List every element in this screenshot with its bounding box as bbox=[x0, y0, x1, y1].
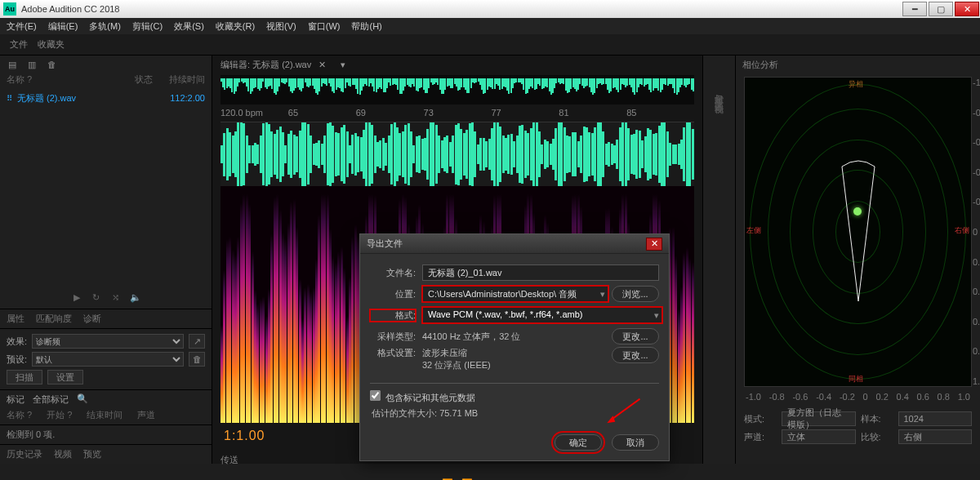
phase-panel: 相位分析 异相 左侧 右侧 同相 -1.0-0.8-0.6-0.4-0.200.… bbox=[735, 56, 980, 464]
filename-label: 文件名: bbox=[370, 267, 416, 279]
overview-waveform[interactable] bbox=[220, 75, 694, 104]
menu-multitrack[interactable]: 多轨(M) bbox=[89, 20, 121, 33]
tab-loudness[interactable]: 匹配响度 bbox=[36, 313, 72, 325]
menu-bar: 文件(E) 编辑(E) 多轨(M) 剪辑(C) 效果(S) 收藏夹(R) 视图(… bbox=[0, 18, 980, 34]
window-titlebar: Au Adobe Audition CC 2018 ━ ▢ ✕ bbox=[0, 0, 980, 18]
tab-diagnostics[interactable]: 诊断 bbox=[83, 313, 101, 325]
include-markers-checkbox[interactable] bbox=[370, 390, 381, 401]
location-label: 位置: bbox=[370, 288, 416, 300]
marker-col-name[interactable]: 名称 ? bbox=[7, 409, 32, 421]
skip-icon[interactable]: ⤭ bbox=[110, 291, 122, 303]
file-row[interactable]: ⠿ 无标题 (2).wav 112:2.00 bbox=[0, 90, 212, 106]
dialog-title: 导出文件 bbox=[367, 238, 403, 250]
bpm-label: 120.0 bpm bbox=[220, 108, 288, 122]
search-icon[interactable]: 🔍 bbox=[77, 393, 88, 406]
marker-col-start[interactable]: 开始 ? bbox=[47, 409, 72, 421]
markers-tab[interactable]: 标记 bbox=[7, 393, 24, 406]
new-file-icon[interactable]: ▤ bbox=[7, 59, 18, 70]
phase-channel-select[interactable]: 立体 bbox=[782, 429, 856, 444]
sampletype-value: 44100 Hz 立体声，32 位 bbox=[422, 331, 605, 343]
editor-title: 编辑器: 无标题 (2).wav bbox=[220, 59, 311, 71]
window-maximize-button[interactable]: ▢ bbox=[929, 2, 953, 16]
tab-files[interactable]: 文件 bbox=[10, 38, 28, 51]
menu-edit[interactable]: 编辑(E) bbox=[48, 20, 78, 33]
waveform-icon: ⠿ bbox=[7, 94, 12, 103]
tab-favorites[interactable]: 收藏夹 bbox=[38, 38, 65, 51]
menu-help[interactable]: 帮助(H) bbox=[351, 20, 381, 33]
volume-icon[interactable]: 🔈 bbox=[130, 291, 141, 303]
filename-field[interactable] bbox=[422, 264, 659, 281]
dialog-close-button[interactable]: ✕ bbox=[646, 238, 662, 251]
preset-select[interactable]: 默认 bbox=[32, 352, 184, 367]
formatsettings-value: 波形未压缩32 位浮点 (IEEE) bbox=[422, 347, 605, 371]
formatsettings-label: 格式设置: bbox=[370, 347, 416, 359]
menu-window[interactable]: 窗口(W) bbox=[308, 20, 341, 33]
phase-compare-select[interactable]: 右侧 bbox=[898, 429, 973, 444]
format-select[interactable]: Wave PCM (*.wav, *.bwf, *.rf64, *.amb) bbox=[422, 307, 662, 323]
preset-label: 预设: bbox=[7, 353, 27, 366]
preview-tab[interactable]: 预览 bbox=[83, 448, 101, 460]
menu-file[interactable]: 文件(E) bbox=[7, 20, 37, 33]
phase-mode-select[interactable]: 夏方图（日志模版） bbox=[782, 411, 856, 426]
play-icon[interactable]: ▶ bbox=[71, 291, 82, 303]
change-format-button[interactable]: 更改... bbox=[612, 347, 659, 363]
workspace-tabs: 文件 收藏夹 bbox=[0, 34, 980, 56]
preset-delete-icon[interactable]: 🗑 bbox=[189, 352, 205, 367]
video-tab[interactable]: 视频 bbox=[54, 448, 72, 460]
window-title: Adobe Audition CC 2018 bbox=[21, 4, 119, 14]
settings-button[interactable]: 设置 bbox=[47, 370, 83, 384]
col-status[interactable]: 状态 bbox=[135, 73, 153, 90]
file-name: 无标题 (2).wav bbox=[17, 92, 76, 104]
scan-button[interactable]: 扫描 bbox=[7, 370, 42, 384]
phase-samples-select[interactable]: 1024 bbox=[898, 411, 973, 426]
cancel-button[interactable]: 取消 bbox=[612, 434, 659, 451]
dropdown-icon[interactable]: ▾ bbox=[337, 59, 349, 70]
effects-select[interactable]: 诊断频 bbox=[32, 334, 184, 349]
detect-status: 检测到 0 项. bbox=[0, 424, 212, 444]
transport-label: 传送 bbox=[220, 454, 238, 466]
timecode-display: 1:1.00 bbox=[224, 429, 265, 443]
format-label: 格式: bbox=[370, 309, 416, 322]
window-close-button[interactable]: ✕ bbox=[955, 2, 979, 16]
menu-view[interactable]: 视图(V) bbox=[266, 20, 296, 33]
include-markers-label: 包含标记和其他元数据 bbox=[385, 393, 475, 402]
transport-controls: ■ ▶ ⏸ ⏮ ⏪ ⏩ ⏭ ● ↻ ⤳ bbox=[212, 473, 702, 480]
menu-clip[interactable]: 剪辑(C) bbox=[132, 20, 163, 33]
history-tab[interactable]: 历史记录 bbox=[7, 448, 42, 460]
app-logo: Au bbox=[3, 2, 16, 16]
time-ruler[interactable]: 120.0 bpm 65 69 73 77 81 85 bbox=[220, 108, 694, 122]
phase-title: 相位分析 bbox=[742, 59, 778, 71]
window-minimize-button[interactable]: ━ bbox=[902, 2, 927, 16]
collapsed-panels: 守时显示 选区/视图 bbox=[702, 56, 735, 464]
tab-properties[interactable]: 属性 bbox=[7, 313, 24, 325]
collapsed-sel[interactable]: 选区/视图 bbox=[713, 95, 725, 97]
open-file-icon[interactable]: ▥ bbox=[26, 59, 38, 70]
marker-col-ch[interactable]: 声道 bbox=[137, 409, 155, 421]
phase-vectorscope: 异相 左侧 右侧 同相 -1.0-0.8-0.6-0.4-0.200.20.40… bbox=[744, 77, 972, 387]
col-name[interactable]: 名称 ? bbox=[7, 73, 32, 90]
export-dialog: 导出文件 ✕ 文件名: 位置: C:\Users\Administrator\D… bbox=[359, 233, 670, 461]
trash-icon[interactable]: 🗑 bbox=[46, 59, 57, 70]
estimate-label: 估计的文件大小: bbox=[372, 408, 437, 418]
menu-favorites[interactable]: 收藏夹(R) bbox=[216, 20, 255, 33]
menu-effects[interactable]: 效果(S) bbox=[174, 20, 204, 33]
marker-col-end[interactable]: 结束时间 bbox=[87, 409, 122, 421]
col-duration[interactable]: 持续时间 bbox=[169, 73, 205, 90]
effect-apply-icon[interactable]: ↗ bbox=[189, 334, 205, 349]
waveform-display[interactable]: dB -3 -6 -12 -∞ bbox=[220, 122, 694, 186]
estimate-value: 75.71 MB bbox=[439, 408, 478, 418]
file-duration: 112:2.00 bbox=[170, 93, 205, 103]
sampletype-label: 采样类型: bbox=[370, 331, 416, 343]
all-markers-tab[interactable]: 全部标记 bbox=[33, 393, 69, 406]
left-panel: ▤ ▥ 🗑 名称 ? 状态 持续时间 ⠿ 无标题 (2).wav 112:2.0… bbox=[0, 56, 212, 464]
change-sample-button[interactable]: 更改... bbox=[612, 328, 659, 344]
effects-label: 效果: bbox=[7, 336, 27, 348]
loop-icon[interactable]: ↻ bbox=[91, 291, 102, 303]
browse-button[interactable]: 浏览... bbox=[612, 286, 659, 302]
close-editor-icon[interactable]: ✕ bbox=[316, 59, 327, 70]
location-select[interactable]: C:\Users\Administrator\Desktop\ 音频 bbox=[422, 286, 608, 302]
ok-button[interactable]: 确定 bbox=[555, 434, 602, 451]
